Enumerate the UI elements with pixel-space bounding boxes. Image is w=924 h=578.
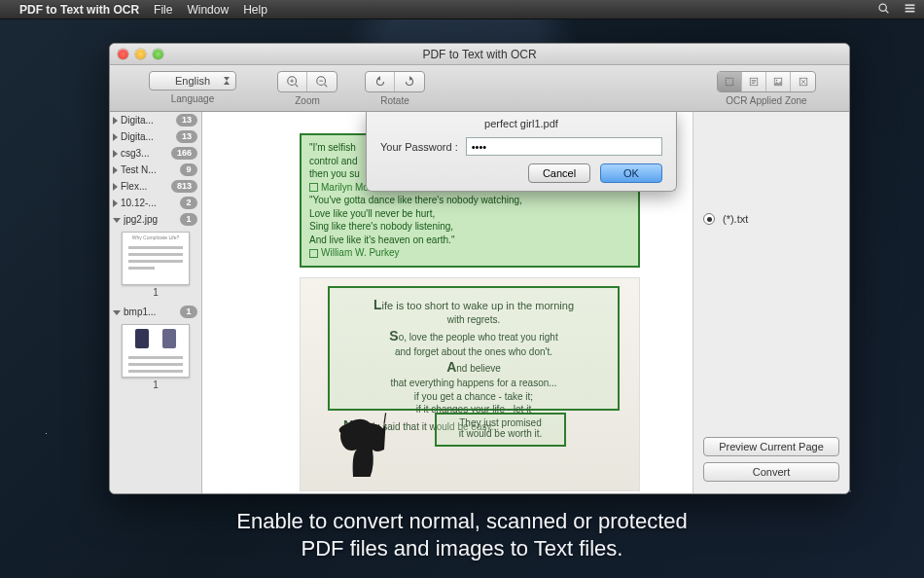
menu-help[interactable]: Help	[243, 3, 267, 17]
language-label: Language	[171, 93, 215, 104]
marketing-tagline: Enable to convert normal, scanned or pro…	[0, 508, 924, 561]
rotate-right-icon[interactable]	[395, 72, 424, 91]
ocr-zone-group: OCR Applied Zone	[717, 71, 816, 106]
sidebar-item[interactable]: Test N...9	[110, 162, 201, 178]
zoom-out-icon[interactable]	[307, 72, 337, 91]
ocr-zone-text-icon[interactable]	[742, 72, 766, 91]
page-count-badge: 13	[176, 114, 197, 126]
page-number: 1	[110, 287, 201, 298]
password-dialog: perfect girl1.pdf Your Password : Cancel…	[366, 112, 677, 192]
output-format-label: (*).txt	[723, 213, 748, 225]
file-sidebar[interactable]: Digita...13 Digita...13 csg3...166 Test …	[110, 112, 202, 493]
svg-line-1	[886, 10, 889, 13]
svg-line-10	[325, 85, 328, 88]
disclosure-down-icon[interactable]	[113, 310, 121, 315]
zoom-in-icon[interactable]	[278, 72, 307, 91]
svg-line-6	[295, 85, 298, 88]
page-count-badge: 1	[180, 213, 197, 226]
disclosure-right-icon[interactable]	[113, 150, 118, 158]
disclosure-right-icon[interactable]	[113, 133, 118, 141]
spotlight-icon[interactable]	[877, 2, 890, 18]
page-count-badge: 9	[180, 163, 197, 176]
sidebar-item[interactable]: Flex...813	[110, 178, 201, 195]
sidebar-item[interactable]: 10.12-...2	[110, 195, 201, 211]
document-canvas[interactable]: "I'm selfish control and then you su Mar…	[202, 112, 693, 493]
ocr-zone-delete-icon[interactable]	[791, 72, 815, 91]
app-menu[interactable]: PDF to Text with OCR	[19, 3, 139, 17]
password-input[interactable]	[466, 137, 662, 156]
zoom-group: Zoom	[277, 71, 338, 106]
output-format-option[interactable]: (*).txt	[703, 213, 839, 225]
page-count-badge: 1	[180, 306, 197, 318]
notification-center-icon[interactable]	[904, 2, 916, 18]
checkbox-icon	[309, 183, 318, 192]
svg-point-22	[339, 422, 383, 438]
toolbar: English Language Zoom Rotate	[110, 65, 849, 112]
page-count-badge: 813	[171, 180, 197, 193]
radio-icon[interactable]	[703, 213, 715, 225]
sidebar-item[interactable]: csg3...166	[110, 145, 201, 162]
menu-file[interactable]: File	[154, 3, 172, 17]
menu-window[interactable]: Window	[187, 3, 229, 17]
disclosure-right-icon[interactable]	[113, 199, 118, 207]
ocr-zone-control[interactable]	[717, 71, 816, 92]
ocr-zone-label: OCR Applied Zone	[726, 95, 806, 106]
ocr-zone-image-icon[interactable]	[766, 72, 791, 91]
silhouette-icon	[330, 407, 408, 485]
sidebar-item[interactable]: Digita...13	[110, 128, 201, 145]
disclosure-right-icon[interactable]	[113, 183, 118, 191]
zoom-label: Zoom	[295, 95, 320, 106]
convert-button[interactable]: Convert	[703, 462, 839, 482]
svg-rect-3	[906, 7, 915, 9]
cancel-button[interactable]: Cancel	[528, 163, 590, 183]
window-title: PDF to Text with OCR	[110, 48, 849, 61]
svg-rect-2	[906, 4, 915, 6]
system-menubar: PDF to Text with OCR File Window Help	[0, 0, 924, 19]
rotate-label: Rotate	[380, 95, 409, 106]
sidebar-item[interactable]: jpg2.jpg1	[110, 211, 201, 228]
disclosure-right-icon[interactable]	[113, 117, 118, 125]
svg-point-18	[776, 80, 778, 82]
rotate-group: Rotate	[365, 71, 425, 106]
svg-point-0	[879, 4, 886, 11]
zoom-control[interactable]	[277, 71, 338, 92]
page-count-badge: 13	[176, 130, 197, 143]
document-image: Life is too short to wake up in the morn…	[300, 277, 640, 491]
rotate-left-icon[interactable]	[366, 72, 395, 91]
disclosure-right-icon[interactable]	[113, 166, 118, 174]
checkbox-icon	[309, 249, 318, 258]
svg-line-23	[384, 413, 386, 423]
ocr-text-block[interactable]: They just promised it would be worth it.	[435, 413, 566, 447]
dialog-title: perfect girl1.pdf	[367, 112, 676, 134]
language-select[interactable]: English	[149, 71, 236, 90]
ok-button[interactable]: OK	[600, 163, 662, 183]
page-thumbnail[interactable]: Why Complicate Life?	[122, 232, 190, 285]
titlebar[interactable]: PDF to Text with OCR	[110, 44, 849, 65]
svg-rect-4	[906, 10, 915, 12]
page-number: 1	[110, 379, 201, 390]
preview-button[interactable]: Preview Current Page	[703, 437, 839, 456]
password-label: Your Password :	[380, 141, 458, 153]
page-thumbnail[interactable]	[122, 324, 190, 378]
ocr-text-block[interactable]: Life is too short to wake up in the morn…	[328, 286, 620, 411]
sidebar-item[interactable]: bmp1...1	[110, 304, 201, 320]
disclosure-down-icon[interactable]	[113, 218, 121, 223]
language-group: English Language	[149, 71, 236, 104]
svg-rect-12	[726, 78, 733, 86]
sidebar-item[interactable]: Digita...13	[110, 112, 201, 128]
app-window: PDF to Text with OCR English Language Zo…	[109, 43, 850, 494]
rotate-control[interactable]	[365, 71, 425, 92]
ocr-zone-select-icon[interactable]	[718, 72, 742, 91]
output-panel: (*).txt Preview Current Page Convert	[693, 112, 849, 493]
page-count-badge: 166	[171, 147, 197, 160]
page-count-badge: 2	[180, 197, 197, 209]
